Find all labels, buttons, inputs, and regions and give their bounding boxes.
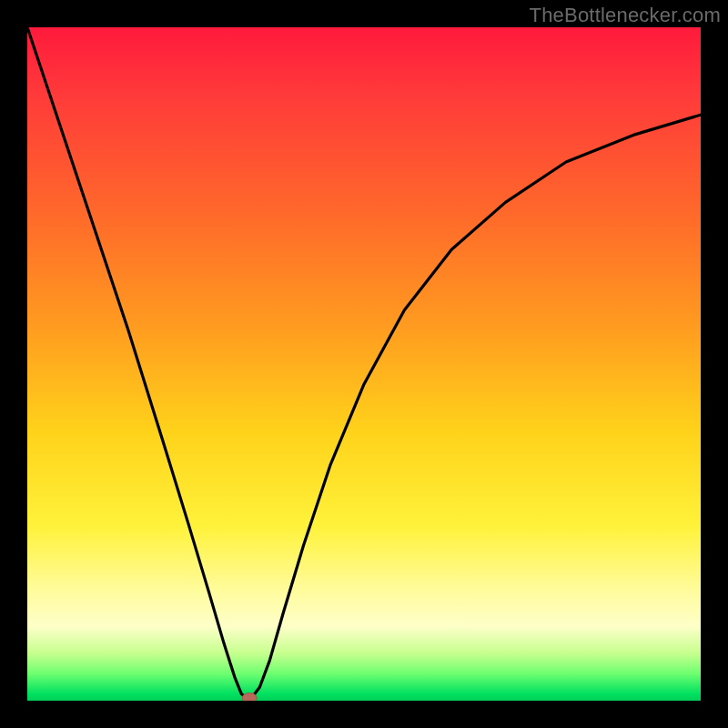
bottleneck-curve bbox=[27, 27, 701, 701]
optimal-marker bbox=[242, 693, 257, 702]
plot-area bbox=[27, 27, 701, 701]
chart-frame: TheBottlenecker.com bbox=[0, 0, 728, 728]
attribution-label: TheBottlenecker.com bbox=[530, 4, 721, 27]
curve-layer bbox=[27, 27, 701, 701]
